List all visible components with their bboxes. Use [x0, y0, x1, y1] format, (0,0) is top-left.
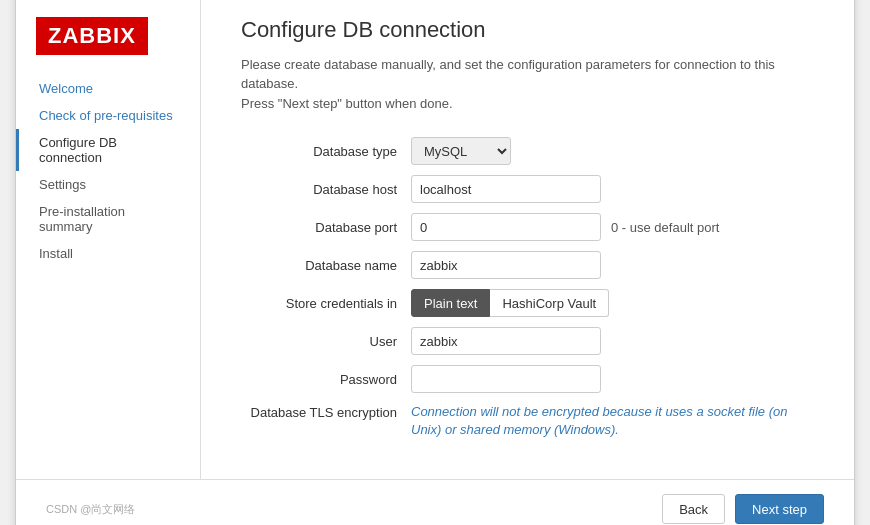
store-cred-label: Store credentials in: [241, 296, 411, 311]
password-row: Password: [241, 365, 814, 393]
footer: CSDN @尚文网络 Back Next step: [16, 479, 854, 525]
form: Database type MySQL PostgreSQL Oracle DB…: [241, 137, 814, 439]
logo-area: ZABBIX: [16, 7, 200, 75]
db-type-row: Database type MySQL PostgreSQL Oracle DB…: [241, 137, 814, 165]
db-host-input[interactable]: [411, 175, 601, 203]
sidebar: ZABBIX Welcome Check of pre-requisites C…: [16, 0, 201, 479]
db-name-row: Database name: [241, 251, 814, 279]
main-content: Configure DB connection Please create da…: [201, 0, 854, 479]
watermark: CSDN @尚文网络: [46, 502, 135, 517]
db-port-label: Database port: [241, 220, 411, 235]
db-host-row: Database host: [241, 175, 814, 203]
zabbix-logo: ZABBIX: [36, 17, 148, 55]
tls-message: Connection will not be encrypted because…: [411, 403, 811, 439]
user-input[interactable]: [411, 327, 601, 355]
sidebar-item-settings: Settings: [16, 171, 200, 198]
store-cred-row: Store credentials in Plain text HashiCor…: [241, 289, 814, 317]
db-host-label: Database host: [241, 182, 411, 197]
password-input[interactable]: [411, 365, 601, 393]
next-step-button[interactable]: Next step: [735, 494, 824, 524]
db-name-input[interactable]: [411, 251, 601, 279]
db-port-input[interactable]: [411, 213, 601, 241]
back-button[interactable]: Back: [662, 494, 725, 524]
sidebar-item-install: Install: [16, 240, 200, 267]
page-title: Configure DB connection: [241, 17, 814, 43]
description: Please create database manually, and set…: [241, 55, 814, 114]
credentials-group: Plain text HashiCorp Vault: [411, 289, 609, 317]
sidebar-item-welcome[interactable]: Welcome: [16, 75, 200, 102]
sidebar-item-prereq[interactable]: Check of pre-requisites: [16, 102, 200, 129]
user-row: User: [241, 327, 814, 355]
sidebar-item-configure-db[interactable]: Configure DB connection: [16, 129, 200, 171]
hashicorp-vault-button[interactable]: HashiCorp Vault: [490, 289, 609, 317]
password-label: Password: [241, 372, 411, 387]
plain-text-button[interactable]: Plain text: [411, 289, 490, 317]
db-port-hint: 0 - use default port: [611, 220, 719, 235]
sidebar-item-preinstall: Pre-installation summary: [16, 198, 200, 240]
user-label: User: [241, 334, 411, 349]
tls-label: Database TLS encryption: [241, 403, 411, 420]
db-type-label: Database type: [241, 144, 411, 159]
db-port-row: Database port 0 - use default port: [241, 213, 814, 241]
db-type-select[interactable]: MySQL PostgreSQL Oracle DB2 SQLite3: [411, 137, 511, 165]
db-name-label: Database name: [241, 258, 411, 273]
sidebar-nav: Welcome Check of pre-requisites Configur…: [16, 75, 200, 267]
tls-row: Database TLS encryption Connection will …: [241, 403, 814, 439]
